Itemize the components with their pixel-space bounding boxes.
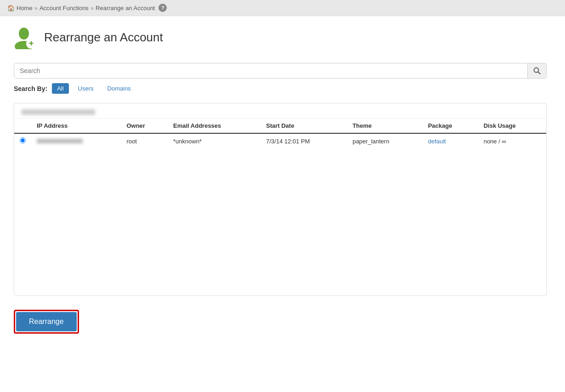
search-by-row: Search By: All Users Domains: [14, 83, 551, 94]
rearrange-btn-wrapper: Rearrange: [14, 310, 79, 334]
svg-line-5: [538, 72, 541, 74]
row-start-date: 7/3/14 12:01 PM: [260, 133, 347, 148]
breadcrumb-home[interactable]: Home: [17, 5, 33, 11]
breadcrumb-account-functions[interactable]: Account Functions: [40, 5, 89, 11]
user-svg: +: [14, 25, 38, 49]
package-link[interactable]: default: [428, 138, 446, 145]
search-input[interactable]: [14, 63, 527, 78]
row-theme: paper_lantern: [347, 133, 422, 148]
table-row: root*unknown*7/3/14 12:01 PMpaper_lanter…: [14, 133, 546, 148]
row-email-addresses: *unknown*: [168, 133, 260, 148]
main-content: + Rearrange an Account Search By: All Us…: [0, 16, 565, 392]
user-add-icon: +: [14, 25, 38, 49]
breadcrumb-sep2: »: [90, 5, 94, 11]
bottom-actions: Rearrange: [14, 310, 547, 334]
th-start-date: Start Date: [260, 119, 347, 133]
blurred-account-text: [22, 109, 95, 115]
breadcrumb: 🏠 Home » Account Functions » Rearrange a…: [0, 0, 565, 16]
page-header: + Rearrange an Account: [14, 25, 551, 49]
help-icon[interactable]: ?: [158, 4, 167, 12]
th-owner: Owner: [121, 119, 168, 133]
row-package: default: [423, 133, 478, 148]
filter-users[interactable]: Users: [73, 84, 98, 93]
svg-text:+: +: [29, 39, 34, 48]
home-icon: 🏠: [7, 5, 15, 11]
th-radio: [14, 119, 31, 133]
th-ip-address: IP Address: [31, 119, 121, 133]
row-owner: root: [121, 133, 168, 148]
search-box-wrapper: [14, 63, 547, 79]
svg-point-0: [19, 28, 29, 40]
th-package: Package: [423, 119, 478, 133]
breadcrumb-sep1: »: [34, 5, 38, 11]
page-title: Rearrange an Account: [44, 30, 163, 45]
accounts-table: IP Address Owner Email Addresses Start D…: [14, 119, 546, 148]
row-ip-address: [31, 133, 121, 148]
row-disk-usage: none / ∞: [478, 133, 546, 148]
filter-domains[interactable]: Domains: [103, 84, 136, 93]
search-icon: [533, 67, 541, 74]
search-button[interactable]: [527, 63, 546, 78]
th-email-addresses: Email Addresses: [168, 119, 260, 133]
rearrange-button[interactable]: Rearrange: [16, 312, 77, 331]
th-theme: Theme: [347, 119, 422, 133]
account-radio[interactable]: [20, 137, 26, 143]
th-disk-usage: Disk Usage: [478, 119, 546, 133]
table-header: IP Address Owner Email Addresses Start D…: [14, 119, 546, 133]
accounts-table-container: IP Address Owner Email Addresses Start D…: [14, 103, 547, 296]
table-header-row: [14, 103, 546, 119]
breadcrumb-current: Rearrange an Account: [96, 5, 155, 11]
search-by-label: Search By:: [14, 85, 47, 92]
ip-blurred-value: [37, 139, 83, 143]
search-area: Search By: All Users Domains: [14, 63, 551, 94]
filter-all[interactable]: All: [52, 83, 68, 94]
row-radio-cell: [14, 133, 31, 148]
